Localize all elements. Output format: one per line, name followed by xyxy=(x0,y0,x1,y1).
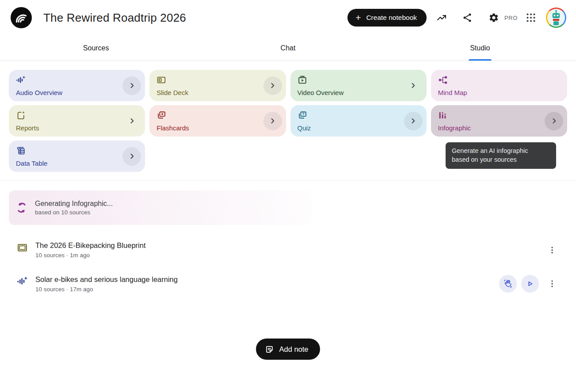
slide-frame-icon xyxy=(156,75,166,85)
avatar-robot-image xyxy=(547,9,565,27)
play-icon[interactable] xyxy=(521,275,539,293)
interactive-mode-icon[interactable] xyxy=(499,275,517,293)
artifact-meta: 10 sources · 17m ago xyxy=(35,286,178,293)
chevron-right-icon[interactable] xyxy=(263,112,282,130)
tab-chat[interactable]: Chat xyxy=(192,35,384,61)
card-infographic[interactable]: Infographic xyxy=(431,105,567,137)
generating-infographic-item: Generating Infographic... based on 10 so… xyxy=(9,190,312,225)
create-notebook-button[interactable]: + Create notebook xyxy=(347,9,427,27)
infographic-tooltip: Generate an AI infographic based on your… xyxy=(446,142,556,169)
quiz-question-card-icon: ? xyxy=(298,110,307,120)
pro-badge: PRO xyxy=(504,15,518,21)
artifact-row-slide-deck[interactable]: The 2026 E-Bikepacking Blueprint 10 sour… xyxy=(0,241,576,259)
artifact-row-audio-overview[interactable]: Solar e-bikes and serious language learn… xyxy=(0,275,576,293)
more-menu-icon[interactable] xyxy=(544,242,560,258)
artifact-meta: 10 sources · 1m ago xyxy=(35,252,145,259)
chevron-right-icon[interactable] xyxy=(122,76,141,95)
chevron-right-icon[interactable] xyxy=(404,112,423,130)
chevron-right-icon[interactable] xyxy=(545,112,563,130)
report-sparkle-icon xyxy=(16,110,26,120)
slide-frame-icon xyxy=(17,242,28,253)
card-video-overview[interactable]: Video Overview xyxy=(290,70,427,101)
generating-subtitle: based on 10 sources xyxy=(35,209,113,216)
artifact-title[interactable]: The 2026 E-Bikepacking Blueprint xyxy=(35,241,145,250)
panel-tabs: Sources Chat Studio xyxy=(0,35,576,61)
video-play-icon xyxy=(298,75,307,85)
chevron-right-icon[interactable] xyxy=(122,112,141,130)
svg-text:?: ? xyxy=(302,112,304,116)
app-header: The Rewired Roadtrip 2026 + Create noteb… xyxy=(0,0,576,35)
analytics-trending-icon[interactable] xyxy=(431,7,452,28)
card-reports[interactable]: Reports xyxy=(9,105,145,137)
note-icon xyxy=(265,345,274,354)
audio-waveform-sparkle-icon xyxy=(16,75,26,85)
notebook-title[interactable]: The Rewired Roadtrip 2026 xyxy=(43,11,186,25)
artifact-title[interactable]: Solar e-bikes and serious language learn… xyxy=(35,275,178,284)
notebooklm-logo-icon[interactable] xyxy=(11,7,32,28)
share-icon[interactable] xyxy=(457,7,478,28)
tab-studio[interactable]: Studio xyxy=(384,35,576,61)
card-quiz[interactable]: ? Quiz xyxy=(290,105,427,137)
chevron-right-icon[interactable] xyxy=(122,147,141,166)
card-slide-deck[interactable]: Slide Deck xyxy=(149,70,286,101)
generating-title: Generating Infographic... xyxy=(35,200,113,208)
create-notebook-label: Create notebook xyxy=(366,14,417,22)
bar-chart-icon xyxy=(438,110,448,120)
card-audio-overview[interactable]: Audio Overview xyxy=(9,70,145,101)
card-flashcards[interactable]: Flashcards xyxy=(149,105,286,137)
section-divider xyxy=(0,180,576,181)
data-table-icon xyxy=(16,146,26,156)
add-note-label: Add note xyxy=(279,345,308,354)
card-data-table[interactable]: Data Table xyxy=(9,141,145,172)
account-avatar[interactable] xyxy=(546,8,566,28)
flashcards-star-icon xyxy=(156,110,166,120)
plus-icon: + xyxy=(355,13,361,22)
settings-gear-icon[interactable] xyxy=(483,7,504,28)
card-mind-map[interactable]: Mind Map xyxy=(431,70,567,101)
apps-grid-icon[interactable] xyxy=(520,7,542,28)
audio-waveform-sparkle-icon xyxy=(17,276,28,287)
chevron-right-icon[interactable] xyxy=(404,76,423,95)
tab-sources[interactable]: Sources xyxy=(0,35,192,61)
sync-spinner-icon xyxy=(16,202,27,213)
active-tab-indicator xyxy=(469,59,492,61)
chevron-right-icon[interactable] xyxy=(263,76,282,95)
mind-map-nodes-icon xyxy=(438,75,448,85)
add-note-button[interactable]: Add note xyxy=(256,339,320,360)
more-menu-icon[interactable] xyxy=(544,276,560,292)
